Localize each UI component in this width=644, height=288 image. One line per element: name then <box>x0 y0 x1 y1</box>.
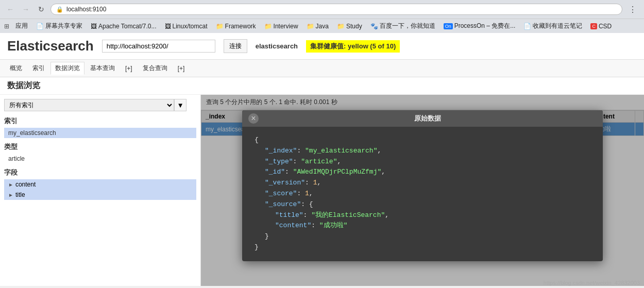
field-arrow-content: ► <box>8 182 13 188</box>
bookmark-processon-label: ProcessOn – 免费在... <box>454 22 516 30</box>
bookmark-csd[interactable]: C CSD <box>588 22 614 30</box>
tab-compound-query[interactable]: 复合查询 <box>138 62 172 75</box>
modal-title: 原始数据 <box>259 114 597 123</box>
bookmark-tomcat-label: Apache Tomcat/7.0... <box>98 23 157 30</box>
bookmark-java-icon: 📁 <box>307 23 314 30</box>
es-logo: Elasticsearch <box>7 38 94 54</box>
bookmark-study[interactable]: 📁 Study <box>335 22 364 30</box>
index-select-wrap: 所有索引 ▼ <box>4 99 196 111</box>
left-field-section: 字段 ► content ► title <box>4 168 196 200</box>
json-version-line: "_version": 1, <box>255 178 590 189</box>
tab-basic-query[interactable]: 基本查询 <box>86 62 120 75</box>
bookmark-processon-icon: On <box>444 23 453 29</box>
bookmark-csd-label: CSD <box>599 23 612 30</box>
left-index-item-my-elasticsearch[interactable]: my_elasticsearch <box>4 128 196 138</box>
bookmark-study-icon: 📁 <box>337 23 345 30</box>
index-select[interactable]: 所有索引 <box>4 99 174 111</box>
bookmark-linux-icon: 🖼 <box>165 23 171 30</box>
bookmark-framework-icon: 📁 <box>216 23 224 30</box>
apps-grid-icon[interactable]: ⊞ <box>4 23 9 30</box>
menu-icon[interactable]: ⋮ <box>625 4 640 15</box>
json-source-close: } <box>255 231 590 242</box>
es-connect-button[interactable]: 连接 <box>224 39 247 53</box>
json-title-line: "title": "我的ElasticSearch", <box>255 210 590 221</box>
address-bar-wrap: 🔒 <box>50 4 622 15</box>
left-field-item-title[interactable]: ► title <box>4 190 196 200</box>
bookmark-linux-label: Linux/tomcat <box>173 23 208 30</box>
main-content: 所有索引 ▼ 索引 my_elasticsearch 类型 article 字段… <box>0 95 644 286</box>
bookmark-youdao-label: 收藏到有道云笔记 <box>533 22 582 30</box>
es-cluster-name: elasticsearch <box>256 42 298 50</box>
type-section-label: 类型 <box>4 142 196 151</box>
modal-close-button[interactable]: × <box>248 113 259 124</box>
modal-body: { "_index": "my_elasticsearch", "_type":… <box>242 127 603 261</box>
tab-data-browse[interactable]: 数据浏览 <box>50 62 84 75</box>
index-section-label: 索引 <box>4 116 196 126</box>
tab-overview[interactable]: 概览 <box>5 62 27 75</box>
json-score-line: "_score": 1, <box>255 189 590 199</box>
json-open-brace: { <box>255 135 590 146</box>
bookmark-baidu[interactable]: 🐾 百度一下，你就知道 <box>368 21 437 31</box>
bookmark-apps-label: 应用 <box>15 22 28 30</box>
left-field-item-content[interactable]: ► content <box>4 179 196 190</box>
modal-header: × 原始数据 <box>242 110 603 127</box>
modal-overlay: × 原始数据 { "_index": "my_elasticsearch", "… <box>201 95 644 286</box>
tab-compound-query-add[interactable]: [+] <box>173 63 190 74</box>
bookmark-pingmu-label: 屏幕共享专家 <box>45 22 82 30</box>
reload-button[interactable]: ↻ <box>35 3 47 15</box>
left-type-section: 类型 article <box>4 142 196 164</box>
bookmark-linux[interactable]: 🖼 Linux/tomcat <box>163 22 210 30</box>
bookmark-framework-label: Framework <box>225 23 256 30</box>
page-title: 数据浏览 <box>0 77 644 95</box>
field-arrow-title: ► <box>8 192 13 198</box>
bookmark-interview[interactable]: 📁 Interview <box>262 22 300 30</box>
es-health-badge: 集群健康值: yellow (5 of 10) <box>306 40 400 53</box>
bookmark-tomcat[interactable]: 🖼 Apache Tomcat/7.0... <box>89 22 159 30</box>
lock-icon: 🔒 <box>56 6 63 13</box>
bookmark-pingmu[interactable]: 📄 屏幕共享专家 <box>34 21 84 31</box>
es-nav: 概览 索引 数据浏览 基本查询 [+] 复合查询 [+] <box>0 60 644 77</box>
address-input[interactable] <box>66 6 617 13</box>
bookmark-framework[interactable]: 📁 Framework <box>214 22 258 30</box>
es-url-input[interactable] <box>102 40 215 53</box>
tab-index[interactable]: 索引 <box>28 62 49 75</box>
json-source-open: "_source": { <box>255 199 590 210</box>
bookmark-pingmu-icon: 📄 <box>36 23 44 30</box>
bookmark-youdao[interactable]: 📄 收藏到有道云笔记 <box>521 21 584 31</box>
field-section-label: 字段 <box>4 168 196 177</box>
left-panel: 所有索引 ▼ 索引 my_elasticsearch 类型 article 字段… <box>0 95 201 286</box>
bookmark-interview-icon: 📁 <box>264 23 272 30</box>
watermark: https://blog.csdn.net/weixin_42832003 <box>544 280 640 286</box>
es-header: Elasticsearch 连接 elasticsearch 集群健康值: ye… <box>0 33 644 60</box>
bookmark-apps[interactable]: 应用 <box>13 21 30 31</box>
json-close-brace: } <box>255 242 590 253</box>
modal-dialog: × 原始数据 { "_index": "my_elasticsearch", "… <box>242 110 603 261</box>
bookmark-baidu-icon: 🐾 <box>370 23 378 30</box>
bookmark-java[interactable]: 📁 Java <box>304 22 331 30</box>
bookmark-tomcat-icon: 🖼 <box>91 23 97 30</box>
bookmark-study-label: Study <box>346 23 362 30</box>
back-button[interactable]: ← <box>4 3 16 15</box>
forward-button[interactable]: → <box>20 3 32 15</box>
bookmark-processon[interactable]: On ProcessOn – 免费在... <box>442 21 518 31</box>
index-dropdown-button[interactable]: ▼ <box>174 99 187 111</box>
field-label-content: content <box>15 181 36 188</box>
json-index-line: "_index": "my_elasticsearch", <box>255 146 590 157</box>
json-type-line: "_type": "article", <box>255 157 590 167</box>
right-panel: 查询 5 个分片中用的 5 个. 1 命中. 耗时 0.001 秒 _index… <box>201 95 644 286</box>
bookmark-java-label: Java <box>316 23 329 30</box>
field-label-title: title <box>15 191 25 198</box>
json-id-line: "_id": "AWedIMQDjrPClpMuZfmj", <box>255 167 590 178</box>
bookmarks-bar: ⊞ 应用 📄 屏幕共享专家 🖼 Apache Tomcat/7.0... 🖼 L… <box>0 19 644 33</box>
tab-basic-query-add[interactable]: [+] <box>121 63 137 74</box>
left-index-section: 索引 my_elasticsearch <box>4 116 196 138</box>
json-content-line: "content": "成功啦" <box>255 221 590 231</box>
bookmark-interview-label: Interview <box>274 23 298 30</box>
bookmark-youdao-icon: 📄 <box>523 23 531 30</box>
left-type-item-article[interactable]: article <box>4 154 196 164</box>
bookmark-csd-icon: C <box>590 23 597 29</box>
app-area: Elasticsearch 连接 elasticsearch 集群健康值: ye… <box>0 33 644 286</box>
bookmark-baidu-label: 百度一下，你就知道 <box>380 22 435 30</box>
